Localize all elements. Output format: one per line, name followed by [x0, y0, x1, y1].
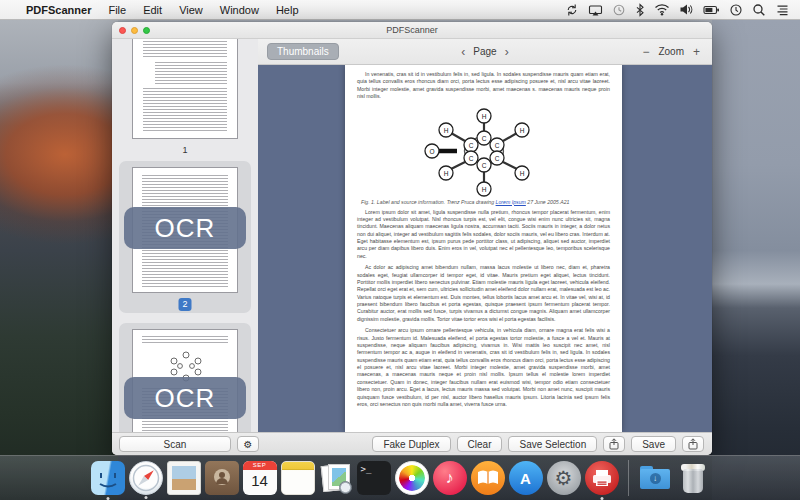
thumbnail-text-lines	[155, 62, 227, 84]
dock-itunes-icon[interactable]: ♪	[433, 461, 467, 495]
document-view[interactable]: In venenatis, cras sit id in vestibulum …	[258, 65, 712, 432]
wallpaper-left-cliff	[0, 20, 118, 500]
caption-link[interactable]: Lorem Ipsum	[496, 199, 526, 205]
dock-terminal-icon[interactable]: >_	[357, 461, 391, 495]
menu-file[interactable]: File	[108, 4, 126, 16]
share-selection-button[interactable]	[603, 436, 625, 452]
page-1-number: 1	[112, 145, 258, 155]
zoom-in-icon[interactable]: +	[693, 45, 700, 59]
dock-downloads-icon[interactable]: ↓	[638, 461, 672, 495]
atom-h: H	[519, 169, 524, 176]
terminal-prompt: >_	[361, 464, 372, 474]
menu-status-area	[565, 3, 800, 17]
atom-c: C	[494, 141, 499, 148]
battery-icon[interactable]	[703, 4, 720, 16]
dock-calendar-icon[interactable]: SEP 14	[243, 461, 277, 495]
atom-h: H	[481, 185, 486, 192]
dock-separator	[628, 460, 629, 496]
share-icon	[688, 438, 698, 450]
atom-h: H	[443, 169, 448, 176]
dock-mail-icon[interactable]	[167, 461, 201, 495]
molecule-figure: C C C C C C H H H H H H O	[409, 105, 559, 197]
atom-c: C	[494, 154, 499, 161]
time-machine-icon[interactable]	[612, 3, 626, 17]
caption-date: 27 June 2005.A21	[526, 199, 570, 205]
thumbnail-text-lines	[143, 88, 227, 132]
previous-page-icon[interactable]: ‹	[461, 45, 465, 59]
download-arrow: ↓	[650, 473, 661, 484]
atom-h: H	[519, 126, 524, 133]
menu-view[interactable]: View	[179, 4, 203, 16]
clock-icon[interactable]	[729, 3, 743, 17]
dock-photos-icon[interactable]	[395, 461, 429, 495]
document-paragraph-4: Consectetuer arcu ipsum ornare pellentes…	[357, 327, 610, 408]
ocr-badge-page-3: OCR	[124, 377, 246, 419]
fake-duplex-button[interactable]: Fake Duplex	[372, 436, 450, 452]
save-button[interactable]: Save	[631, 436, 676, 452]
dock-system-preferences-icon[interactable]: ⚙	[547, 461, 581, 495]
dock-finder-icon[interactable]	[91, 461, 125, 495]
wallpaper-right-sky	[712, 20, 800, 500]
atom-h: H	[443, 126, 448, 133]
menu-app-name[interactable]: PDFScanner	[26, 4, 91, 16]
atom-o: O	[429, 147, 434, 154]
scan-button[interactable]: Scan	[119, 436, 231, 452]
caption-text: Fig. 1. Label and source information. Tr…	[361, 199, 496, 205]
thumbnail-text-lines	[143, 39, 227, 58]
menu-help[interactable]: Help	[276, 4, 299, 16]
volume-icon[interactable]	[679, 3, 694, 16]
save-selection-button[interactable]: Save Selection	[508, 436, 597, 452]
share-save-button[interactable]	[682, 436, 704, 452]
ocr-badge-page-2: OCR	[124, 207, 246, 249]
dock-appstore-icon[interactable]: A	[509, 461, 543, 495]
wifi-icon[interactable]	[654, 3, 670, 16]
dock: SEP 14 >_ ♪ A ⚙ ↓	[0, 455, 800, 500]
bluetooth-icon[interactable]	[635, 3, 645, 17]
sync-icon[interactable]	[565, 3, 579, 17]
calendar-day: 14	[243, 470, 277, 492]
menu-window[interactable]: Window	[220, 4, 259, 16]
clear-button[interactable]: Clear	[457, 436, 503, 452]
zoom-control-label: Zoom	[658, 46, 684, 57]
thumbnail-page-1[interactable]	[132, 39, 238, 139]
airplay-display-icon[interactable]	[588, 3, 603, 17]
thumbnail-sidebar[interactable]: 1 OCR 2 OCR	[112, 39, 258, 432]
thumbnails-toggle-button[interactable]: Thumbnails	[267, 43, 339, 60]
dock-ibooks-icon[interactable]	[471, 461, 505, 495]
spotlight-icon[interactable]	[752, 3, 766, 17]
menu-edit[interactable]: Edit	[143, 4, 162, 16]
document-paragraph-1: In venenatis, cras sit id in vestibulum …	[357, 71, 610, 101]
thumbnail-text-lines	[142, 336, 228, 344]
dock-trash-icon[interactable]	[676, 461, 710, 495]
dock-notes-icon[interactable]	[281, 461, 315, 495]
bottom-right-buttons: Fake Duplex Clear Save Selection Save	[372, 436, 704, 452]
calendar-month: SEP	[243, 461, 277, 470]
zoom-control: − Zoom +	[642, 45, 700, 59]
dock-contacts-icon[interactable]	[205, 461, 239, 495]
dock-preview-icon[interactable]	[319, 461, 353, 495]
atom-c: C	[468, 141, 473, 148]
appstore-letter: A	[520, 470, 531, 487]
preview-loupe	[339, 481, 352, 494]
title-bar[interactable]: PDFScanner	[112, 22, 712, 39]
bottom-toolbar: Scan ⚙ Fake Duplex Clear Save Selection …	[112, 432, 712, 455]
main-toolbar: Thumbnails ‹ Page › − Zoom +	[258, 39, 712, 65]
running-indicator	[144, 496, 147, 499]
page-control: ‹ Page ›	[461, 45, 508, 59]
atom-h: H	[481, 112, 486, 119]
document-page: In venenatis, cras sit id in vestibulum …	[345, 65, 622, 432]
notes-yellow-strip	[282, 462, 314, 470]
next-page-icon[interactable]: ›	[505, 45, 509, 59]
dock-safari-icon[interactable]	[129, 461, 163, 495]
pdfscanner-window: PDFScanner 1 OCR 2	[112, 22, 712, 455]
atom-c: C	[481, 134, 486, 141]
itunes-note: ♪	[446, 469, 454, 487]
notification-center-icon[interactable]	[775, 4, 790, 16]
window-title: PDFScanner	[112, 25, 712, 35]
scan-settings-gear-button[interactable]: ⚙	[237, 436, 259, 452]
atom-c: C	[481, 161, 486, 168]
page-2-number-badge: 2	[179, 298, 192, 311]
atom-c: C	[468, 154, 473, 161]
zoom-out-icon[interactable]: −	[642, 45, 649, 59]
dock-pdfscanner-icon[interactable]	[585, 461, 619, 495]
